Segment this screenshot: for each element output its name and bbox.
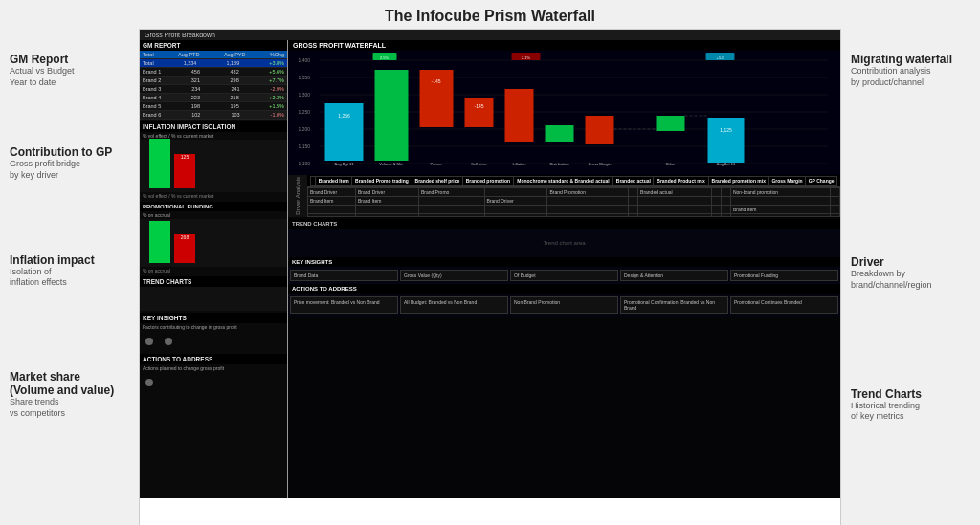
actions-right-content: Price movement: Branded vs Non Brand All… xyxy=(288,294,840,317)
svg-text:1,300: 1,300 xyxy=(299,92,311,98)
table-row: Total 1,234 1,189 +3.8% xyxy=(140,59,287,68)
trend-right-header: TREND CHARTS xyxy=(288,219,840,229)
right-sidebar: Migrating waterfall Contribution analysi… xyxy=(841,29,980,525)
inflation-note: % vol effect / % vs current market xyxy=(140,192,287,200)
action-cell-1: Price movement: Branded vs Non Brand xyxy=(290,296,398,314)
trend-placeholder-right: Trend chart area xyxy=(288,229,840,257)
trend-section-left: TREND CHARTS xyxy=(140,276,287,287)
left-label-inflation: Inflation impact Isolation ofinflation e… xyxy=(10,253,139,289)
svg-text:Gross Margin: Gross Margin xyxy=(588,162,611,166)
svg-rect-35 xyxy=(708,118,745,163)
driver-header-row: Branded Item Branded Promo trading Brand… xyxy=(311,177,837,186)
driver-header-table: Branded Item Branded Promo trading Brand… xyxy=(310,176,837,186)
left-label-contribution: Contribution to GP Gross profit bridgeby… xyxy=(10,145,139,181)
table-row: Brand Item xyxy=(308,206,840,214)
promo-bar-red: 268 xyxy=(174,234,195,263)
right-label-trend: Trend Charts Historical trendingof key m… xyxy=(851,387,980,423)
svg-rect-32 xyxy=(657,116,685,131)
svg-rect-14 xyxy=(325,103,364,161)
main-title: The Infocube Prism Waterfall xyxy=(0,0,980,29)
left-label-market-share: Market share (Volume and value) Share tr… xyxy=(10,370,139,419)
action-cell-5: Promotional Continues Branded xyxy=(730,296,838,314)
promo-bar-green xyxy=(149,221,170,263)
actions-header-left: ACTIONS TO ADDRESS xyxy=(140,354,287,364)
svg-text:Aug Act 11: Aug Act 11 xyxy=(717,162,736,166)
svg-text:1,256: 1,256 xyxy=(338,113,350,119)
top-header-bar: Gross Profit Breakdown xyxy=(140,30,840,40)
table-row: Brand 2 321 298 +7.7% xyxy=(140,77,287,85)
gm-report-table: Total Aug PTD Aug PYD %Chg Total 1,234 1… xyxy=(140,51,287,120)
action-row-1: Price movement: Branded vs Non Brand All… xyxy=(290,295,838,315)
driver-vert-label: Driver Analysis xyxy=(288,175,307,217)
action-cell-3: Non Brand Promotion xyxy=(510,296,618,314)
table-row: Total Aug PTD Aug PYD %Chg xyxy=(140,51,287,59)
svg-text:-145: -145 xyxy=(474,103,483,109)
table-row: Brand Driver Brand Driver Brand Promo Br… xyxy=(308,188,840,197)
driver-table-container: Branded Item Branded Promo trading Brand… xyxy=(307,175,840,217)
svg-text:+5.0: +5.0 xyxy=(717,55,725,60)
insight-dot-2 xyxy=(165,338,172,345)
insights-sub: Factors contributing to change in gross … xyxy=(140,323,287,331)
insight-cell-3: Of Budget xyxy=(510,270,618,281)
center-content: Gross Profit Breakdown GM REPORT Total A… xyxy=(139,29,841,525)
insights-header-left: KEY INSIGHTS xyxy=(140,313,287,323)
waterfall-header: GROSS PROFIT WATERFALL xyxy=(288,40,840,51)
driver-area-wrapper: Driver Analysis Branded Item Branded Pro… xyxy=(288,175,840,217)
gm-report-header: GM REPORT xyxy=(140,40,287,51)
svg-text:Other: Other xyxy=(665,162,676,166)
svg-text:Volume & Mix: Volume & Mix xyxy=(379,162,402,166)
left-sidebar: GM Report Actual vs BudgetYear to date C… xyxy=(0,29,139,525)
waterfall-svg: 1,400 1,350 1,300 1,250 1,200 1,150 1,10… xyxy=(288,51,840,175)
inflation-impact-header: INFLATION IMPACT ISOLATION xyxy=(140,121,287,132)
left-narrow-col: GM REPORT Total Aug PTD Aug PYD %Chg Tot… xyxy=(140,40,288,498)
promo-funding-header: PROMOTIONAL FUNDING xyxy=(140,202,287,211)
svg-text:-145: -145 xyxy=(431,78,440,84)
insight-row-1: Brand Data Gross Value (Qty) Of Budget D… xyxy=(290,269,838,282)
svg-text:1,250: 1,250 xyxy=(299,109,311,115)
svg-text:1,400: 1,400 xyxy=(299,57,311,63)
inflation-mini-chart: 125 xyxy=(140,140,287,192)
table-row: Brand 5 198 195 +1.5% xyxy=(140,102,287,111)
svg-text:Distribution: Distribution xyxy=(549,162,568,166)
table-row xyxy=(308,214,840,217)
svg-text:Sell price: Sell price xyxy=(471,162,487,166)
svg-rect-27 xyxy=(546,125,574,142)
left-label-gm-report: GM Report Actual vs BudgetYear to date xyxy=(10,53,139,88)
svg-text:1,350: 1,350 xyxy=(299,75,311,80)
svg-text:Promo: Promo xyxy=(431,162,443,166)
svg-text:1,100: 1,100 xyxy=(299,161,311,166)
waterfall-chart-area: 1,400 1,350 1,300 1,250 1,200 1,150 1,10… xyxy=(288,51,840,175)
right-label-migrating: Migrating waterfall Contribution analysi… xyxy=(851,53,980,88)
promo-mini-chart: 268 xyxy=(140,219,287,267)
svg-text:2.1%: 2.1% xyxy=(522,55,531,60)
inflation-bar-green xyxy=(149,139,170,188)
insight-cell-1: Brand Data xyxy=(290,270,398,281)
driver-data-table: Brand Driver Brand Driver Brand Promo Br… xyxy=(307,187,840,217)
insight-dot-1 xyxy=(145,338,153,345)
action-dot-1 xyxy=(145,379,153,386)
promo-funding-sub: % on accrual xyxy=(140,211,287,219)
svg-text:Inflation: Inflation xyxy=(512,162,525,166)
svg-text:Aug Bgt 11: Aug Bgt 11 xyxy=(335,162,355,166)
svg-text:2.5%: 2.5% xyxy=(380,55,390,60)
right-wide-col: GROSS PROFIT WATERFALL 1,400 1,350 1,300… xyxy=(288,40,840,498)
insight-cell-4: Design & Attention xyxy=(620,270,728,281)
actions-right-header: ACTIONS TO ADDRESS xyxy=(288,284,840,294)
insights-right-content: Brand Data Gross Value (Qty) Of Budget D… xyxy=(288,267,840,284)
table-row: Brand 6 102 103 -1.0% xyxy=(140,111,287,120)
svg-text:1,125: 1,125 xyxy=(720,127,732,133)
driver-col-headers: Branded Item Branded Promo trading Brand… xyxy=(307,175,840,187)
svg-rect-29 xyxy=(586,116,614,144)
table-row: Brand 3 234 241 -2.9% xyxy=(140,85,287,94)
action-cell-4: Promotional Confirmation: Branded vs Non… xyxy=(620,296,728,314)
svg-rect-17 xyxy=(375,70,409,161)
insight-cell-5: Promotional Funding xyxy=(730,270,838,281)
right-label-driver: Driver Breakdown bybrand/channel/region xyxy=(851,255,980,291)
promo-note: % on accrual xyxy=(140,267,287,274)
svg-text:1,200: 1,200 xyxy=(299,126,311,132)
table-row: Brand 4 223 218 +2.3% xyxy=(140,94,287,102)
table-row: Brand 1 456 432 +5.6% xyxy=(140,68,287,77)
insights-right-header: KEY INSIGHTS xyxy=(288,257,840,267)
action-cell-2: All Budget: Branded vs Non Brand xyxy=(400,296,508,314)
svg-rect-25 xyxy=(505,89,534,142)
